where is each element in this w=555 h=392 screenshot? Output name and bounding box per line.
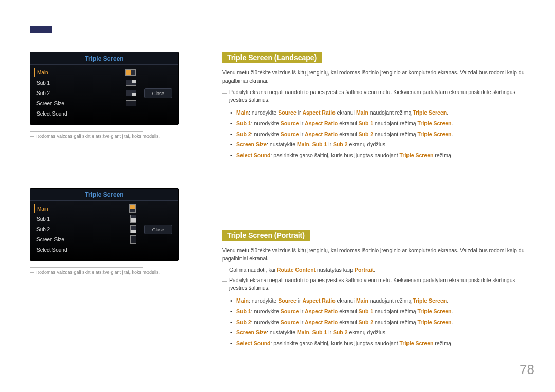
menu-label: Sub 1: [36, 216, 50, 222]
note-rotate-content: Galima naudoti, kai Rotate Content nusta…: [222, 266, 534, 274]
accent-bar: [30, 26, 52, 33]
menu-label: Main: [37, 206, 48, 212]
osd-footnote: ― Rodomas vaizdas gali skirtis atsižvelg…: [30, 270, 203, 275]
layout-icon-main: [130, 204, 136, 213]
bullet-main: Main: nurodykite Source ir Aspect Ratio …: [230, 296, 534, 305]
osd-panel-portrait: Triple Screen Main Sub 1 Sub 2: [30, 188, 179, 261]
feature-bullets: Main: nurodykite Source ir Aspect Ratio …: [230, 296, 534, 348]
close-button[interactable]: Close: [144, 88, 172, 98]
menu-label: Screen Size: [36, 101, 64, 106]
bullet-sub1: Sub 1: nurodykite Source ir Aspect Ratio…: [230, 307, 534, 316]
osd-menu-list: Main Sub 1 Sub 2 Screen Size: [34, 68, 138, 118]
bullet-sub1: Sub 1: nurodykite Source ir Aspect Ratio…: [230, 119, 534, 128]
menu-item-sub2[interactable]: Sub 2: [34, 88, 138, 98]
section-portrait: Triple Screen (Portrait) Vienu metu žiūr…: [222, 230, 534, 348]
footnote-separator: [30, 131, 143, 132]
menu-label: Select Sound: [36, 111, 67, 117]
osd-panel-landscape: Triple Screen Main Sub 1 Sub 2: [30, 52, 179, 125]
layout-icon-sub1: [130, 215, 136, 223]
bullet-select-sound: Select Sound: pasirinkite garso šaltinį,…: [230, 339, 534, 348]
osd-title: Triple Screen: [30, 189, 178, 201]
menu-item-select-sound[interactable]: Select Sound: [34, 109, 138, 118]
intro-text: Vienu metu žiūrėkite vaizdus iš kitų įre…: [222, 68, 534, 85]
menu-label: Main: [37, 70, 48, 76]
menu-label: Screen Size: [36, 237, 64, 242]
layout-icon-main: [125, 69, 136, 76]
section-landscape: Triple Screen (Landscape) Vienu metu žiū…: [222, 52, 534, 160]
layout-icon-size: [130, 235, 136, 244]
page: Triple Screen Main Sub 1 Sub 2: [0, 0, 555, 392]
bullet-select-sound: Select Sound: pasirinkite garso šaltinį,…: [230, 151, 534, 160]
section-heading: Triple Screen (Landscape): [222, 52, 322, 63]
layout-icon-sub1: [126, 80, 136, 86]
page-number: 78: [520, 362, 534, 378]
menu-label: Sub 2: [36, 227, 50, 232]
note-shared-inputs: Padalyti ekranai negali naudoti to patie…: [222, 276, 534, 293]
osd-footnote: ― Rodomas vaizdas gali skirtis atsižvelg…: [30, 134, 203, 139]
menu-item-screen-size[interactable]: Screen Size: [34, 235, 138, 244]
osd-title: Triple Screen: [30, 52, 178, 65]
menu-item-select-sound[interactable]: Select Sound: [34, 245, 138, 254]
close-button[interactable]: Close: [144, 225, 172, 234]
menu-item-main[interactable]: Main: [34, 204, 138, 213]
feature-bullets: Main: nurodykite Source ir Aspect Ratio …: [230, 108, 534, 160]
menu-label: Sub 2: [36, 90, 50, 96]
bullet-screen-size: Screen Size: nustatykite Main, Sub 1 ir …: [230, 328, 534, 337]
section-heading: Triple Screen (Portrait): [222, 230, 310, 241]
menu-item-screen-size[interactable]: Screen Size: [34, 99, 138, 108]
osd-menu-list: Main Sub 1 Sub 2 Screen Size: [34, 204, 138, 254]
layout-icon-size: [126, 100, 136, 106]
bullet-sub2: Sub 2: nurodykite Source ir Aspect Ratio…: [230, 130, 534, 139]
left-column: Triple Screen Main Sub 1 Sub 2: [30, 52, 203, 374]
menu-item-sub2[interactable]: Sub 2: [34, 225, 138, 234]
bullet-main: Main: nurodykite Source ir Aspect Ratio …: [230, 108, 534, 117]
note-shared-inputs: Padalyti ekranai negali naudoti to patie…: [222, 88, 534, 105]
layout-icon-sub2: [126, 90, 136, 96]
right-column: Triple Screen (Landscape) Vienu metu žiū…: [222, 52, 534, 374]
footnote-separator: [30, 267, 143, 268]
menu-item-sub1[interactable]: Sub 1: [34, 214, 138, 223]
menu-label: Sub 1: [36, 80, 50, 86]
menu-item-main[interactable]: Main: [34, 68, 138, 77]
layout-icon-sub2: [130, 225, 136, 233]
menu-label: Select Sound: [36, 247, 67, 253]
bullet-sub2: Sub 2: nurodykite Source ir Aspect Ratio…: [230, 318, 534, 327]
menu-item-sub1[interactable]: Sub 1: [34, 78, 138, 87]
top-rule: [30, 34, 534, 34]
bullet-screen-size: Screen Size: nustatykite Main, Sub 1 ir …: [230, 140, 534, 149]
intro-text: Vienu metu žiūrėkite vaizdus iš kitų įre…: [222, 246, 534, 263]
